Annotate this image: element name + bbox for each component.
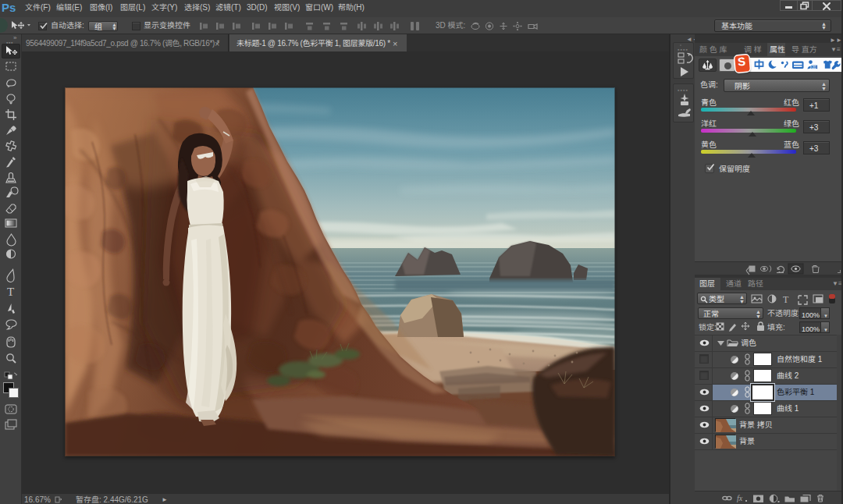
svg-text:T: T — [783, 294, 789, 305]
svg-text:fx: fx — [737, 494, 743, 502]
svg-text:T: T — [7, 286, 14, 298]
svg-text:20: 20 — [812, 66, 816, 69]
